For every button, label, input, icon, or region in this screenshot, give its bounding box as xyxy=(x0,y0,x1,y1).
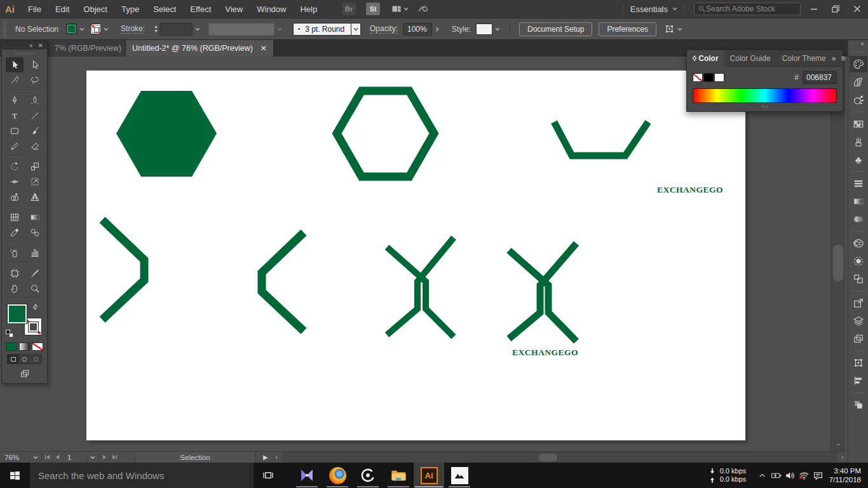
panel-group-grip[interactable] xyxy=(852,391,865,395)
rotate-tool-button[interactable] xyxy=(6,159,24,174)
tools-panel-grip[interactable] xyxy=(15,51,34,56)
horizontal-scrollbar-thumb[interactable] xyxy=(538,454,557,461)
artboard[interactable]: EXCHANGEGO EXCHANGEGO xyxy=(86,71,745,440)
magic-wand-tool-button[interactable] xyxy=(6,72,24,88)
rectangle-tool-button[interactable] xyxy=(6,123,24,139)
stroke-weight-dropdown[interactable] xyxy=(193,23,202,36)
hex-value-input[interactable] xyxy=(803,71,837,84)
fill-dropdown-button[interactable] xyxy=(77,23,86,36)
network-indicator[interactable] xyxy=(797,463,811,488)
menu-file[interactable]: File xyxy=(21,0,48,18)
lasso-tool-button[interactable] xyxy=(26,72,44,88)
panel-group-grip[interactable] xyxy=(852,170,865,173)
curvature-tool-button[interactable] xyxy=(26,93,44,108)
expand-panels-icon[interactable]: « xyxy=(860,40,868,49)
draw-inside-button[interactable] xyxy=(30,355,41,363)
document-tab-2[interactable]: Untitled-2* @ 76% (RGB/Preview)✕ xyxy=(126,40,274,57)
adobe-color-panel-button[interactable] xyxy=(850,253,867,269)
status-flyout-icon[interactable]: ▶ xyxy=(263,454,268,461)
preferences-button[interactable]: Preferences xyxy=(599,22,656,36)
opacity-flyout-button[interactable] xyxy=(432,23,442,36)
photos-taskbar-button[interactable] xyxy=(444,463,475,488)
scroll-left-arrow[interactable]: ‹ xyxy=(276,454,278,461)
artboard-tool-button[interactable] xyxy=(6,266,24,281)
align-panel-button[interactable] xyxy=(850,372,867,389)
pencil-tool-button[interactable] xyxy=(6,139,24,154)
brush-definition-field[interactable]: • 3 pt. Round xyxy=(293,23,351,36)
first-artboard-button[interactable] xyxy=(42,454,52,461)
swap-fill-stroke-icon[interactable]: ⇄ xyxy=(31,302,39,311)
volume-indicator[interactable] xyxy=(783,463,797,488)
color-panel-tab-color-theme[interactable]: Color Theme xyxy=(776,50,832,67)
none-mode-button[interactable] xyxy=(32,342,43,351)
stroke-weight-stepper[interactable]: ▲▼ xyxy=(154,25,158,33)
panel-group-grip[interactable] xyxy=(852,229,865,233)
color-panel-tab-color-guide[interactable]: Color Guide xyxy=(724,50,776,67)
gradient-tool-button[interactable] xyxy=(26,210,44,225)
opacity-field[interactable]: 100% xyxy=(403,23,432,36)
color-mode-button[interactable] xyxy=(6,342,17,351)
menu-help[interactable]: Help xyxy=(293,0,324,18)
brushes-panel-button[interactable] xyxy=(850,133,867,150)
free-transform-tool-button[interactable] xyxy=(26,174,44,189)
artboard-number-field[interactable]: 1 xyxy=(62,454,86,461)
hand-tool-button[interactable] xyxy=(6,281,24,296)
menu-edit[interactable]: Edit xyxy=(48,0,76,18)
gradient-panel-button[interactable] xyxy=(850,193,867,210)
color-guide-panel-button[interactable] xyxy=(850,74,867,90)
stroke-dropdown-button[interactable] xyxy=(101,23,111,36)
transform-panel-button[interactable] xyxy=(850,355,867,371)
none-swatch[interactable] xyxy=(693,73,703,82)
logo-wordmark-1[interactable]: EXCHANGEGO xyxy=(639,185,741,195)
slice-tool-button[interactable] xyxy=(26,266,44,281)
stroke-color-indicator[interactable] xyxy=(25,318,41,335)
kmplayer-taskbar-button[interactable] xyxy=(292,463,322,488)
start-button[interactable] xyxy=(0,463,30,488)
panel-menu-icon[interactable]: ≡ xyxy=(841,54,845,63)
menu-type[interactable]: Type xyxy=(114,0,146,18)
menu-object[interactable]: Object xyxy=(76,0,114,18)
battery-indicator[interactable] xyxy=(770,463,783,488)
taskbar-clock[interactable]: 3:40 PM 7/11/2018 xyxy=(829,466,861,484)
width-tool-button[interactable] xyxy=(6,174,24,189)
align-options-chevron[interactable] xyxy=(675,23,684,36)
panel-grip[interactable] xyxy=(2,21,8,37)
next-artboard-button[interactable] xyxy=(99,454,109,461)
vertical-scrollbar[interactable]: ⌄ xyxy=(831,57,845,451)
symbol-sprayer-tool-button[interactable] xyxy=(6,245,24,261)
perspective-grid-tool-button[interactable] xyxy=(26,189,44,205)
stroke-panel-button[interactable] xyxy=(850,175,867,192)
arrange-documents-button[interactable] xyxy=(391,4,409,14)
fill-color-swatch[interactable] xyxy=(66,24,77,34)
stock-button[interactable]: St xyxy=(366,3,380,15)
vertical-scrollbar-thumb[interactable] xyxy=(833,245,843,281)
scroll-down-arrow[interactable]: ⌄ xyxy=(831,439,845,447)
taskbar-search-box[interactable] xyxy=(30,463,254,488)
artboard-dropdown-button[interactable] xyxy=(86,452,99,463)
panel-group-grip[interactable] xyxy=(852,50,865,54)
stroke-color-swatch[interactable] xyxy=(90,24,101,34)
scroll-right-arrow[interactable]: › xyxy=(837,452,848,463)
menu-view[interactable]: View xyxy=(218,0,250,18)
taskbar-search-input[interactable] xyxy=(38,470,241,481)
menu-effect[interactable]: Effect xyxy=(183,0,218,18)
recorder-taskbar-button[interactable] xyxy=(353,463,383,488)
symbols-panel-button[interactable]: ♣ xyxy=(850,151,867,168)
mesh-tool-button[interactable] xyxy=(6,210,24,225)
task-view-button[interactable] xyxy=(254,463,283,488)
brush-dropdown-button[interactable] xyxy=(351,23,361,36)
bridge-button[interactable]: Br xyxy=(342,3,356,15)
logo-wordmark-2[interactable]: EXCHANGEGO xyxy=(494,348,596,358)
scale-tool-button[interactable] xyxy=(26,159,44,174)
draw-behind-button[interactable] xyxy=(19,355,31,363)
artboards-panel-button[interactable] xyxy=(850,295,867,311)
menu-select[interactable]: Select xyxy=(146,0,183,18)
panel-group-grip[interactable] xyxy=(852,110,865,114)
line-segment-tool-button[interactable] xyxy=(26,108,44,123)
gradient-mode-button[interactable] xyxy=(19,342,31,351)
align-options-icon[interactable] xyxy=(664,24,675,34)
document-tab-1[interactable]: 7% (RGB/Preview)✕ xyxy=(48,40,126,57)
shape-builder-tool-button[interactable] xyxy=(6,189,24,205)
window-close-button[interactable] xyxy=(846,0,868,18)
panel-group-grip[interactable] xyxy=(852,289,865,293)
